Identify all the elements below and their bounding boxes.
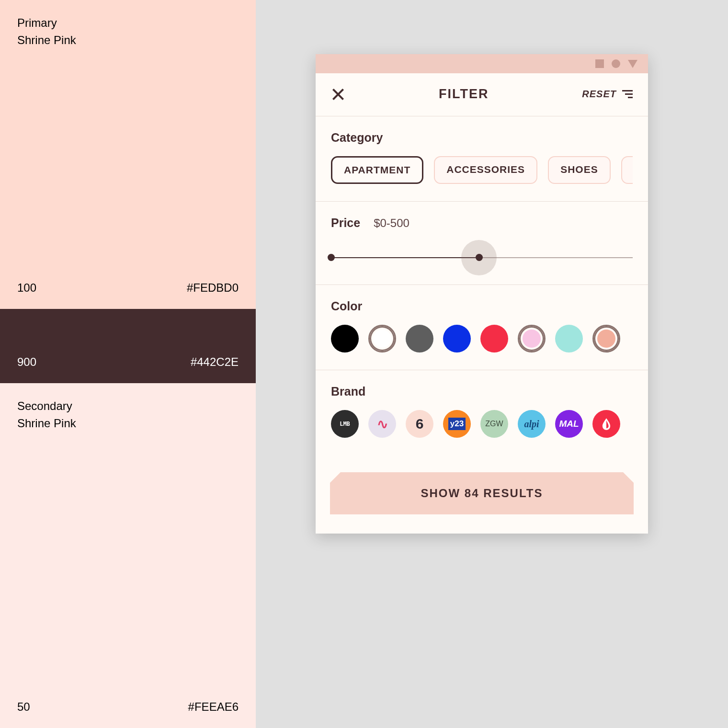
brand-logo[interactable]: alpi [518,410,546,438]
window-control-triangle-icon[interactable] [628,60,637,68]
cta-label: SHOW 84 RESULTS [421,487,543,500]
canvas: FILTER RESET Category APARTMENTACCESSORI… [256,0,728,728]
brand-section: Brand LMB∿6y23ZGWalpiMAL [316,370,648,455]
swatch-primary-100: Primary Shrine Pink 100 #FEDBD0 [0,0,256,309]
section-title: Price [331,216,360,230]
color-swatch[interactable] [480,325,508,353]
color-swatch[interactable] [368,325,396,353]
swatch-secondary-50: Secondary Shrine Pink 50 #FEEAE6 [0,383,256,728]
reset-button[interactable]: RESET [582,89,633,100]
color-swatch[interactable] [443,325,471,353]
swatch-label: Secondary [17,398,239,415]
window-chrome [316,54,648,73]
brand-logo[interactable]: 6 [406,410,433,438]
slider-thumb-max[interactable] [476,254,483,261]
filter-lines-icon [622,90,633,98]
swatch-name: Shrine Pink [17,415,239,432]
category-chip-row: APARTMENTACCESSORIESSHOESTO [331,156,633,184]
swatch-shade: 900 [17,355,36,369]
section-title: Category [331,131,633,145]
slider-track-active [331,257,479,258]
close-icon[interactable] [331,87,345,102]
window-control-square-icon[interactable] [595,59,604,68]
category-chip[interactable]: ACCESSORIES [434,156,537,184]
brand-logo[interactable] [592,410,620,438]
color-swatch[interactable] [406,325,433,353]
brand-logo[interactable]: LMB [331,410,359,438]
color-swatch[interactable] [592,325,620,353]
category-section: Category APARTMENTACCESSORIESSHOESTO [316,116,648,202]
swatch-hex: #FEEAE6 [188,700,239,714]
page-title: FILTER [439,87,489,102]
slider-thumb-min[interactable] [328,254,335,261]
phone-mock: FILTER RESET Category APARTMENTACCESSORI… [316,54,648,534]
category-chip[interactable]: TO [621,156,633,184]
price-slider[interactable] [331,248,633,267]
show-results-button[interactable]: SHOW 84 RESULTS [330,472,634,514]
swatch-hex: #FEDBD0 [187,281,239,295]
color-dot-row [331,325,633,353]
window-control-circle-icon[interactable] [612,59,620,68]
category-chip[interactable]: SHOES [548,156,611,184]
color-palette-panel: Primary Shrine Pink 100 #FEDBD0 900 #442… [0,0,256,728]
color-swatch[interactable] [555,325,583,353]
color-swatch[interactable] [518,325,546,353]
swatch-name: Shrine Pink [17,32,239,49]
swatch-shade: 100 [17,281,36,295]
brand-logo[interactable]: ZGW [480,410,508,438]
section-title: Color [331,299,633,313]
swatch-hex: #442C2E [191,355,239,369]
brand-dot-row: LMB∿6y23ZGWalpiMAL [331,410,633,438]
color-swatch[interactable] [331,325,359,353]
reset-label: RESET [582,89,616,100]
price-section: Price $0-500 [316,202,648,285]
swatch-label: Primary [17,14,239,32]
swatch-shade: 50 [17,700,30,714]
brand-logo[interactable]: MAL [555,410,583,438]
brand-logo[interactable]: ∿ [368,410,396,438]
brand-logo[interactable]: y23 [443,410,471,438]
swatch-accent-900: 900 #442C2E [0,309,256,383]
price-range-value: $0-500 [374,216,410,230]
section-title: Brand [331,385,633,398]
filter-header: FILTER RESET [316,73,648,116]
color-section: Color [316,285,648,370]
category-chip[interactable]: APARTMENT [331,156,423,184]
